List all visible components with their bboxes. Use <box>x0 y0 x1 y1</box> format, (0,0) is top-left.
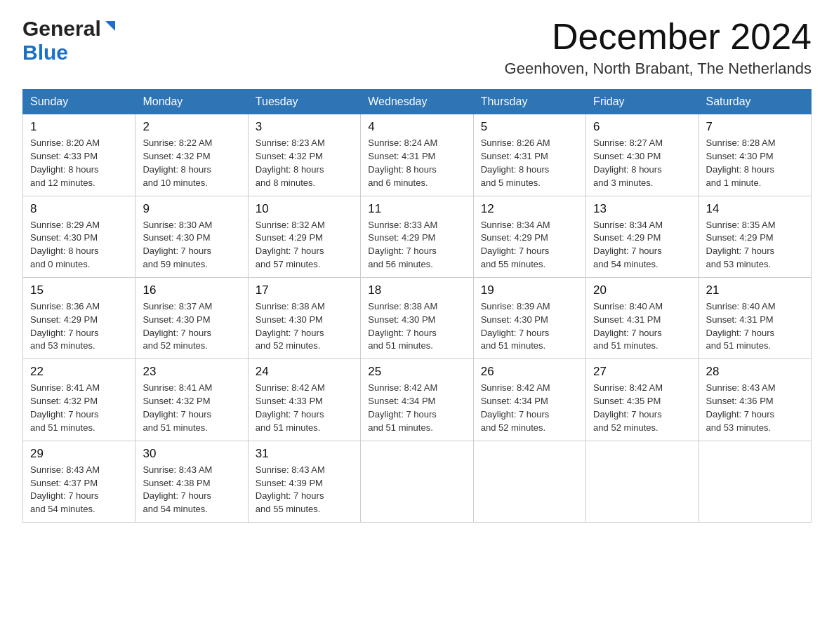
calendar-week-row: 29Sunrise: 8:43 AM Sunset: 4:37 PM Dayli… <box>23 441 812 522</box>
day-number: 28 <box>706 365 804 379</box>
table-row: 22Sunrise: 8:41 AM Sunset: 4:32 PM Dayli… <box>23 359 135 441</box>
day-info: Sunrise: 8:26 AM Sunset: 4:31 PM Dayligh… <box>481 137 578 189</box>
svg-marker-0 <box>105 21 115 31</box>
table-row <box>473 441 585 522</box>
logo: General Blue <box>22 17 118 65</box>
day-number: 11 <box>368 202 465 216</box>
day-info: Sunrise: 8:37 AM Sunset: 4:30 PM Dayligh… <box>143 300 240 353</box>
day-info: Sunrise: 8:43 AM Sunset: 4:36 PM Dayligh… <box>706 382 804 434</box>
day-info: Sunrise: 8:38 AM Sunset: 4:30 PM Dayligh… <box>368 300 465 353</box>
table-row: 31Sunrise: 8:43 AM Sunset: 4:39 PM Dayli… <box>248 441 360 522</box>
table-row: 12Sunrise: 8:34 AM Sunset: 4:29 PM Dayli… <box>473 196 585 277</box>
day-info: Sunrise: 8:41 AM Sunset: 4:32 PM Dayligh… <box>30 382 128 434</box>
day-info: Sunrise: 8:40 AM Sunset: 4:31 PM Dayligh… <box>706 300 804 353</box>
table-row: 10Sunrise: 8:32 AM Sunset: 4:29 PM Dayli… <box>248 196 360 277</box>
day-info: Sunrise: 8:34 AM Sunset: 4:29 PM Dayligh… <box>481 219 578 271</box>
table-row: 18Sunrise: 8:38 AM Sunset: 4:30 PM Dayli… <box>361 277 473 358</box>
title-area: December 2024 Geenhoven, North Brabant, … <box>505 17 812 78</box>
table-row: 29Sunrise: 8:43 AM Sunset: 4:37 PM Dayli… <box>23 441 135 522</box>
table-row: 27Sunrise: 8:42 AM Sunset: 4:35 PM Dayli… <box>586 359 699 441</box>
calendar-week-row: 22Sunrise: 8:41 AM Sunset: 4:32 PM Dayli… <box>23 359 812 441</box>
table-row: 16Sunrise: 8:37 AM Sunset: 4:30 PM Dayli… <box>135 277 248 358</box>
day-info: Sunrise: 8:22 AM Sunset: 4:32 PM Dayligh… <box>143 137 240 189</box>
calendar-week-row: 15Sunrise: 8:36 AM Sunset: 4:29 PM Dayli… <box>23 277 812 358</box>
table-row: 20Sunrise: 8:40 AM Sunset: 4:31 PM Dayli… <box>586 277 699 358</box>
table-row: 17Sunrise: 8:38 AM Sunset: 4:30 PM Dayli… <box>248 277 360 358</box>
day-number: 5 <box>481 120 578 134</box>
location-subtitle: Geenhoven, North Brabant, The Netherland… <box>505 60 812 78</box>
day-info: Sunrise: 8:32 AM Sunset: 4:29 PM Dayligh… <box>256 219 353 271</box>
calendar-week-row: 8Sunrise: 8:29 AM Sunset: 4:30 PM Daylig… <box>23 196 812 277</box>
day-number: 26 <box>481 365 578 379</box>
day-number: 20 <box>593 283 691 297</box>
day-info: Sunrise: 8:43 AM Sunset: 4:37 PM Dayligh… <box>30 464 128 516</box>
day-number: 15 <box>30 283 128 297</box>
calendar-table: Sunday Monday Tuesday Wednesday Thursday… <box>22 89 812 523</box>
day-info: Sunrise: 8:43 AM Sunset: 4:39 PM Dayligh… <box>256 464 353 516</box>
day-number: 13 <box>593 202 691 216</box>
day-number: 22 <box>30 365 128 379</box>
day-info: Sunrise: 8:38 AM Sunset: 4:30 PM Dayligh… <box>256 300 353 353</box>
day-info: Sunrise: 8:42 AM Sunset: 4:34 PM Dayligh… <box>481 382 578 434</box>
logo-blue: Blue <box>22 41 68 64</box>
day-number: 2 <box>143 120 240 134</box>
logo-arrow-icon <box>102 18 118 36</box>
table-row: 6Sunrise: 8:27 AM Sunset: 4:30 PM Daylig… <box>586 114 699 196</box>
day-number: 14 <box>706 202 804 216</box>
calendar-body: 1Sunrise: 8:20 AM Sunset: 4:33 PM Daylig… <box>23 114 812 523</box>
day-number: 3 <box>256 120 353 134</box>
day-info: Sunrise: 8:42 AM Sunset: 4:35 PM Dayligh… <box>593 382 691 434</box>
day-number: 30 <box>143 447 240 461</box>
table-row: 5Sunrise: 8:26 AM Sunset: 4:31 PM Daylig… <box>473 114 585 196</box>
day-number: 8 <box>30 202 128 216</box>
day-info: Sunrise: 8:20 AM Sunset: 4:33 PM Dayligh… <box>30 137 128 189</box>
table-row: 23Sunrise: 8:41 AM Sunset: 4:32 PM Dayli… <box>135 359 248 441</box>
day-info: Sunrise: 8:23 AM Sunset: 4:32 PM Dayligh… <box>256 137 353 189</box>
table-row: 9Sunrise: 8:30 AM Sunset: 4:30 PM Daylig… <box>135 196 248 277</box>
day-number: 31 <box>256 447 353 461</box>
calendar-header: Sunday Monday Tuesday Wednesday Thursday… <box>23 90 812 114</box>
header-thursday: Thursday <box>473 90 585 114</box>
day-number: 23 <box>143 365 240 379</box>
table-row: 28Sunrise: 8:43 AM Sunset: 4:36 PM Dayli… <box>699 359 811 441</box>
day-number: 12 <box>481 202 578 216</box>
day-number: 21 <box>706 283 804 297</box>
table-row <box>699 441 811 522</box>
day-info: Sunrise: 8:30 AM Sunset: 4:30 PM Dayligh… <box>143 219 240 271</box>
day-number: 16 <box>143 283 240 297</box>
day-number: 24 <box>256 365 353 379</box>
day-info: Sunrise: 8:24 AM Sunset: 4:31 PM Dayligh… <box>368 137 465 189</box>
day-number: 17 <box>256 283 353 297</box>
day-number: 10 <box>256 202 353 216</box>
day-info: Sunrise: 8:27 AM Sunset: 4:30 PM Dayligh… <box>593 137 691 189</box>
day-info: Sunrise: 8:36 AM Sunset: 4:29 PM Dayligh… <box>30 300 128 353</box>
header-wednesday: Wednesday <box>361 90 473 114</box>
table-row: 21Sunrise: 8:40 AM Sunset: 4:31 PM Dayli… <box>699 277 811 358</box>
table-row: 2Sunrise: 8:22 AM Sunset: 4:32 PM Daylig… <box>135 114 248 196</box>
day-info: Sunrise: 8:40 AM Sunset: 4:31 PM Dayligh… <box>593 300 691 353</box>
table-row: 30Sunrise: 8:43 AM Sunset: 4:38 PM Dayli… <box>135 441 248 522</box>
logo-general: General <box>22 17 101 41</box>
table-row: 4Sunrise: 8:24 AM Sunset: 4:31 PM Daylig… <box>361 114 473 196</box>
day-number: 9 <box>143 202 240 216</box>
table-row: 14Sunrise: 8:35 AM Sunset: 4:29 PM Dayli… <box>699 196 811 277</box>
day-info: Sunrise: 8:43 AM Sunset: 4:38 PM Dayligh… <box>143 464 240 516</box>
page-header: General Blue December 2024 Geenhoven, No… <box>22 17 812 78</box>
day-info: Sunrise: 8:29 AM Sunset: 4:30 PM Dayligh… <box>30 219 128 271</box>
day-info: Sunrise: 8:41 AM Sunset: 4:32 PM Dayligh… <box>143 382 240 434</box>
header-monday: Monday <box>135 90 248 114</box>
table-row <box>586 441 699 522</box>
table-row: 3Sunrise: 8:23 AM Sunset: 4:32 PM Daylig… <box>248 114 360 196</box>
table-row: 24Sunrise: 8:42 AM Sunset: 4:33 PM Dayli… <box>248 359 360 441</box>
day-number: 18 <box>368 283 465 297</box>
table-row: 26Sunrise: 8:42 AM Sunset: 4:34 PM Dayli… <box>473 359 585 441</box>
day-number: 1 <box>30 120 128 134</box>
day-number: 6 <box>593 120 691 134</box>
day-number: 7 <box>706 120 804 134</box>
header-sunday: Sunday <box>23 90 135 114</box>
day-number: 25 <box>368 365 465 379</box>
day-info: Sunrise: 8:42 AM Sunset: 4:34 PM Dayligh… <box>368 382 465 434</box>
table-row: 19Sunrise: 8:39 AM Sunset: 4:30 PM Dayli… <box>473 277 585 358</box>
header-saturday: Saturday <box>699 90 811 114</box>
table-row: 7Sunrise: 8:28 AM Sunset: 4:30 PM Daylig… <box>699 114 811 196</box>
